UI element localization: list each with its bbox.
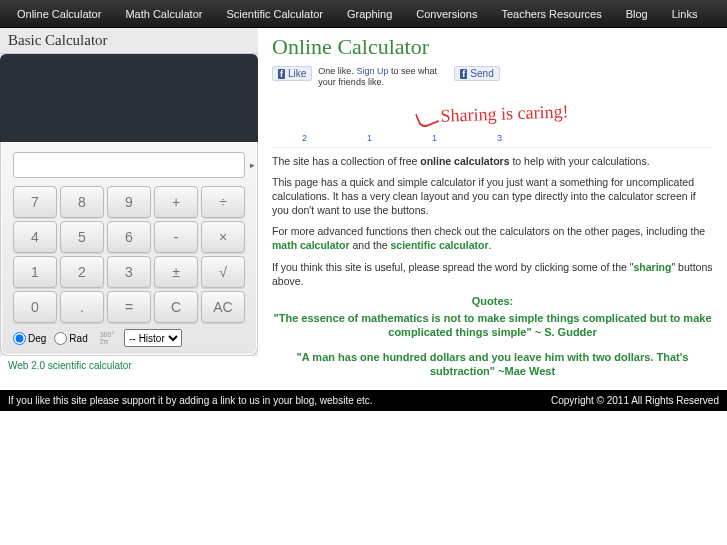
deg-radio[interactable] — [13, 332, 26, 345]
key-minus[interactable]: - — [154, 221, 198, 253]
key-sqrt[interactable]: √ — [201, 256, 245, 288]
math-calc-link[interactable]: math calculator — [272, 239, 350, 251]
share-count[interactable]: 3 — [497, 133, 502, 143]
nav-link[interactable]: Graphing — [335, 0, 404, 28]
top-nav: Online Calculator Math Calculator Scient… — [0, 0, 727, 28]
nav-link[interactable]: Conversions — [404, 0, 489, 28]
sci-calc-link[interactable]: scientific calculator — [390, 239, 488, 251]
footer: If you like this site please support it … — [0, 390, 727, 411]
intro-p3: For more advanced functions then check o… — [272, 224, 713, 252]
intro-p2: This page has a quick and simple calcula… — [272, 175, 713, 218]
key-equals[interactable]: = — [107, 291, 151, 323]
share-count[interactable]: 2 — [302, 133, 307, 143]
quote-2: "A man has one hundred dollars and you l… — [272, 350, 713, 379]
fb-like-button[interactable]: Like — [272, 66, 312, 81]
key-5[interactable]: 5 — [60, 221, 104, 253]
rad-label: Rad — [69, 333, 87, 344]
nav-link[interactable]: Math Calculator — [113, 0, 214, 28]
key-3[interactable]: 3 — [107, 256, 151, 288]
nav-link[interactable]: Scientific Calculator — [214, 0, 335, 28]
key-2[interactable]: 2 — [60, 256, 104, 288]
fb-send-button[interactable]: Send — [454, 66, 499, 81]
keypad: 7 8 9 + ÷ 4 5 6 - × 1 2 3 ± √ 0 . — [13, 186, 245, 323]
input-arrow-icon[interactable]: ▸ — [250, 160, 255, 170]
key-dot[interactable]: . — [60, 291, 104, 323]
nav-link[interactable]: Teachers Resources — [489, 0, 613, 28]
angle-note-2pi: 2π — [100, 338, 114, 345]
calc-display-area — [0, 54, 258, 142]
nav-link[interactable]: Online Calculator — [5, 0, 113, 28]
key-4[interactable]: 4 — [13, 221, 57, 253]
footer-left: If you like this site please support it … — [8, 395, 373, 406]
fb-like-text: One like. Sign Up to see what your frien… — [318, 66, 448, 88]
key-0[interactable]: 0 — [13, 291, 57, 323]
share-counts: 2 1 1 3 — [272, 133, 713, 148]
key-8[interactable]: 8 — [60, 186, 104, 218]
key-multiply[interactable]: × — [201, 221, 245, 253]
key-plus[interactable]: + — [154, 186, 198, 218]
key-c[interactable]: C — [154, 291, 198, 323]
angle-note-360: 360° — [100, 331, 114, 338]
deg-label: Deg — [28, 333, 46, 344]
history-select[interactable]: -- Histor — [124, 329, 182, 347]
footer-right: Copyright © 2011 All Rights Reserved — [551, 395, 719, 406]
sharing-caring: Sharing is caring! — [272, 96, 713, 132]
key-7[interactable]: 7 — [13, 186, 57, 218]
intro-p4: If you think this site is useful, please… — [272, 260, 713, 288]
fb-row: Like One like. Sign Up to see what your … — [272, 66, 713, 88]
share-count[interactable]: 1 — [432, 133, 437, 143]
key-ac[interactable]: AC — [201, 291, 245, 323]
key-plusminus[interactable]: ± — [154, 256, 198, 288]
calc-input[interactable] — [13, 152, 245, 178]
nav-link[interactable]: Blog — [614, 0, 660, 28]
intro-p1: The site has a collection of free online… — [272, 154, 713, 168]
page-title: Online Calculator — [272, 34, 713, 60]
nav-link[interactable]: Links — [660, 0, 710, 28]
web20-link[interactable]: Web 2.0 scientific calculator — [0, 356, 140, 375]
share-count[interactable]: 1 — [367, 133, 372, 143]
key-9[interactable]: 9 — [107, 186, 151, 218]
key-6[interactable]: 6 — [107, 221, 151, 253]
calc-heading: Basic Calculator — [0, 28, 258, 54]
fb-signup-link[interactable]: Sign Up — [356, 66, 388, 76]
quote-1: "The essence of mathematics is not to ma… — [272, 311, 713, 340]
quotes-heading: Quotes: — [272, 295, 713, 307]
left-column: Basic Calculator ▸ 7 8 9 + ÷ 4 5 6 - × 1 — [0, 28, 258, 388]
rad-radio[interactable] — [54, 332, 67, 345]
key-1[interactable]: 1 — [13, 256, 57, 288]
right-column: Online Calculator Like One like. Sign Up… — [258, 28, 727, 388]
calc-body: ▸ 7 8 9 + ÷ 4 5 6 - × 1 2 3 ± √ — [0, 142, 258, 356]
sharing-word: sharing — [634, 261, 672, 273]
key-divide[interactable]: ÷ — [201, 186, 245, 218]
